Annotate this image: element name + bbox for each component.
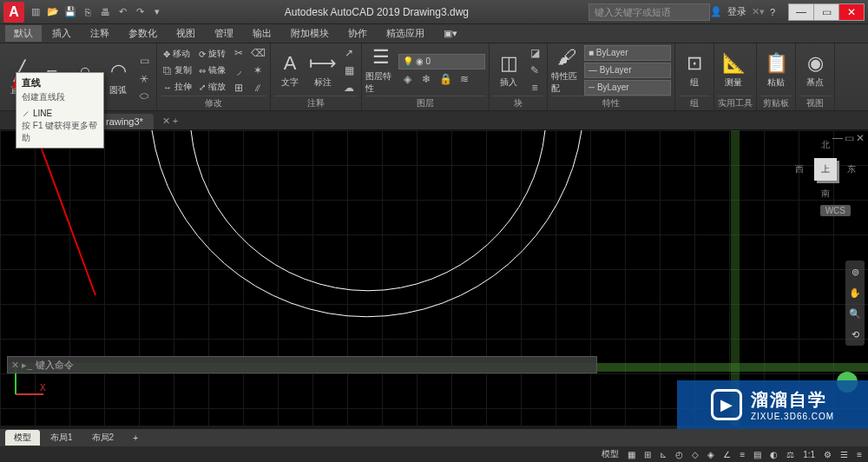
status-workspace-icon[interactable]: ☰ [838,450,851,459]
app-logo[interactable]: A [3,2,24,23]
qat-save-icon[interactable]: 💾 [62,4,78,20]
nav-wheel-icon[interactable]: ⊚ [847,264,863,280]
offset-icon[interactable]: ⫽ [249,80,266,96]
tab-parametric[interactable]: 参数化 [120,25,166,42]
fillet-icon[interactable]: ◞ [230,63,247,78]
tab-output[interactable]: 输出 [244,25,280,42]
status-cycle-icon[interactable]: ◐ [767,450,780,459]
status-grid-icon[interactable]: ▦ [625,450,638,459]
mirror-button[interactable]: ⇔ 镜像 [196,63,228,78]
layer-lock-icon[interactable]: 🔒 [437,71,454,87]
dim-button[interactable]: ⟼标注 [307,46,339,95]
viewcube-south[interactable]: 南 [821,188,830,200]
hatch-icon[interactable]: ⚹ [135,70,153,86]
array-icon[interactable]: ⊞ [230,80,247,96]
add-drawing-icon[interactable]: ✕ + [155,113,185,129]
wcs-label[interactable]: WCS [820,205,851,216]
viewport-close-icon[interactable]: ✕ [856,132,865,144]
paste-button[interactable]: 📋粘贴 [760,46,792,95]
command-line[interactable]: ✕ ▸_ 键入命令 [7,356,597,373]
layer-select[interactable]: 💡 ◉ 0 [398,54,485,69]
tab-layout1[interactable]: 布局1 [42,430,82,446]
tab-annotate[interactable]: 注释 [82,25,118,42]
layer-properties-button[interactable]: ☰图层特性 [365,46,397,95]
attr-icon[interactable]: ≡ [526,80,543,96]
tab-addins[interactable]: 附加模块 [282,25,338,42]
qat-undo-icon[interactable]: ↶ [115,4,130,20]
tab-insert[interactable]: 插入 [43,25,80,42]
qat-plot-icon[interactable]: 🖶 [97,4,113,20]
status-settings-icon[interactable]: ⚙ [821,450,834,459]
nav-orbit-icon[interactable]: ⟲ [847,327,863,342]
match-properties-button[interactable]: 🖌特性匹配 [551,46,582,95]
layer-iso-icon[interactable]: ◈ [398,71,416,87]
leader-icon[interactable]: ↗ [340,45,358,61]
status-model[interactable]: 模型 [599,448,621,460]
login-label[interactable]: 登录 [727,5,746,18]
status-customize-icon[interactable]: ≡ [854,450,865,459]
qat-more-icon[interactable]: ▾ [149,4,165,20]
status-3dosnap-icon[interactable]: ◈ [705,450,717,459]
trim-icon[interactable]: ✂ [230,45,247,61]
maximize-button[interactable]: ▭ [813,3,839,21]
explode-icon[interactable]: ✶ [249,63,266,78]
ellipse-icon[interactable]: ⬭ [135,88,153,103]
viewcube[interactable]: 北 南 西 东 上 [795,139,856,200]
tab-view[interactable]: 视图 [168,25,204,42]
color-select[interactable]: ■ ByLayer [584,45,671,61]
tab-featured[interactable]: 精选应用 [378,25,433,42]
group-button[interactable]: ⊡组 [679,46,710,95]
status-lineweight-icon[interactable]: ≡ [737,450,747,459]
viewcube-north[interactable]: 北 [821,139,830,151]
arc-button[interactable]: ◠圆弧 [102,54,134,102]
status-snap-icon[interactable]: ⊞ [641,450,654,459]
text-button[interactable]: A文字 [274,46,306,95]
close-button[interactable]: ✕ [838,3,865,21]
measure-button[interactable]: 📐测量 [718,46,749,95]
table-icon[interactable]: ▦ [340,63,358,78]
rotate-button[interactable]: ⟳ 旋转 [196,46,228,62]
nav-zoom-icon[interactable]: 🔍 [847,306,863,321]
viewcube-east[interactable]: 东 [847,163,856,175]
status-annoscale-icon[interactable]: ⚖ [784,450,797,459]
layer-freeze-icon[interactable]: ❄ [418,71,435,87]
help-icon[interactable]: ? [770,7,775,17]
copy-button[interactable]: ⿻ 复制 [161,63,194,78]
exchange-icon[interactable]: ✕▾ [752,6,765,17]
user-icon[interactable]: 👤 [710,6,722,17]
status-scale[interactable]: 1:1 [800,450,818,459]
move-button[interactable]: ✥ 移动 [161,46,194,62]
search-input[interactable]: 键入关键字或短语 [589,3,710,21]
status-transparency-icon[interactable]: ▤ [751,450,764,459]
tab-model[interactable]: 模型 [5,430,40,446]
nav-pan-icon[interactable]: ✋ [847,285,863,300]
status-osnap-icon[interactable]: ◇ [689,450,701,459]
qat-saveas-icon[interactable]: ⎘ [80,4,95,20]
tab-expand-icon[interactable]: ▣▾ [435,26,466,41]
tab-manage[interactable]: 管理 [206,25,242,42]
tab-default[interactable]: 默认 [5,25,42,42]
tab-layout2[interactable]: 布局2 [83,430,123,446]
viewcube-top[interactable]: 上 [814,158,837,181]
stretch-button[interactable]: ↔ 拉伸 [161,79,194,95]
rect-icon[interactable]: ▭ [135,53,153,69]
erase-icon[interactable]: ⌫ [249,45,266,61]
layer-match-icon[interactable]: ≋ [456,71,473,87]
minimize-button[interactable]: — [788,3,814,21]
qat-new-icon[interactable]: ▥ [28,4,43,20]
add-layout-icon[interactable]: + [124,432,147,445]
qat-redo-icon[interactable]: ↷ [132,4,148,20]
status-polar-icon[interactable]: ◴ [673,450,686,459]
cmd-handle-icon[interactable]: ✕ ▸_ [11,360,32,371]
viewcube-west[interactable]: 西 [795,163,804,175]
tab-collaborate[interactable]: 协作 [339,25,376,42]
insert-button[interactable]: ◫插入 [493,46,524,95]
linetype-select[interactable]: ─ ByLayer [584,80,671,96]
scale-button[interactable]: ⤢ 缩放 [196,79,228,95]
drawing-tab-active[interactable]: rawing3* [95,114,154,129]
create-block-icon[interactable]: ◪ [526,45,543,61]
status-ortho-icon[interactable]: ⊾ [657,450,669,459]
base-button[interactable]: ◉基点 [799,46,831,95]
qat-open-icon[interactable]: 📂 [45,4,61,20]
status-otrack-icon[interactable]: ∠ [720,450,733,459]
